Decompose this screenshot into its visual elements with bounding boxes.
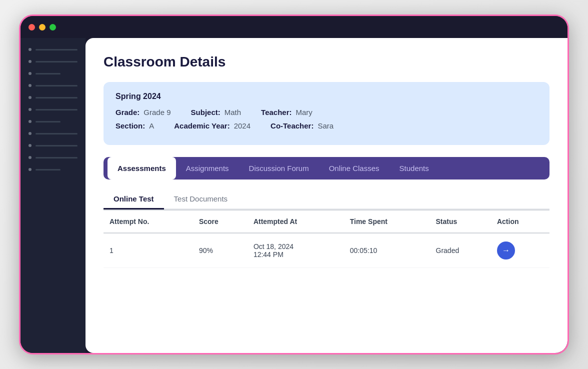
sidebar-dot xyxy=(28,48,32,51)
main-area: Classroom Details Spring 2024 Grade: Gra… xyxy=(20,38,568,353)
col-time-spent: Time Spent xyxy=(344,210,430,233)
sidebar-line xyxy=(36,97,78,98)
attempted-at-time: 12:44 PM xyxy=(254,250,284,258)
section-value: A xyxy=(149,122,154,130)
sidebar-line xyxy=(36,157,78,158)
sidebar-line xyxy=(36,49,78,50)
sidebar-line xyxy=(36,85,78,86)
sidebar-dot xyxy=(28,96,32,99)
app-window: Classroom Details Spring 2024 Grade: Gra… xyxy=(19,14,569,354)
sidebar-dot xyxy=(28,120,32,123)
teacher-field: Teacher: Mary xyxy=(261,108,312,116)
view-action-button[interactable]: → xyxy=(497,242,515,260)
cell-attempt-no: 1 xyxy=(104,233,193,268)
sidebar-item[interactable] xyxy=(28,84,78,87)
sidebar-dot xyxy=(28,84,32,87)
arrow-right-icon: → xyxy=(502,246,510,255)
tab-assignments[interactable]: Assignments xyxy=(176,157,239,180)
sidebar-line xyxy=(36,169,60,170)
subject-value: Math xyxy=(224,108,241,116)
attempts-table-container: Attempt No. Score Attempted At Time Spen… xyxy=(104,210,550,268)
col-action: Action xyxy=(491,210,550,233)
section-field: Section: A xyxy=(116,122,154,130)
cell-score: 90% xyxy=(193,233,248,268)
academic-year-value: 2024 xyxy=(234,122,250,130)
sidebar-dot xyxy=(28,144,32,147)
minimize-dot[interactable] xyxy=(39,24,46,30)
sidebar-item[interactable] xyxy=(28,156,78,159)
sidebar-line xyxy=(36,145,78,146)
attempted-at-date: Oct 18, 2024 xyxy=(254,242,294,250)
cell-attempted-at: Oct 18, 2024 12:44 PM xyxy=(248,233,344,268)
grade-field: Grade: Grade 9 xyxy=(116,108,171,116)
cell-status: Graded xyxy=(430,233,491,268)
sidebar-dot xyxy=(28,60,32,63)
col-attempted-at: Attempted At xyxy=(248,210,344,233)
sidebar-line xyxy=(36,133,78,134)
tab-discussion-forum[interactable]: Discussion Forum xyxy=(239,157,319,180)
sub-tab-test-documents[interactable]: Test Documents xyxy=(164,190,238,210)
co-teacher-field: Co-Teacher: Sara xyxy=(270,122,334,130)
sidebar-item[interactable] xyxy=(28,168,78,171)
sidebar-item[interactable] xyxy=(28,48,78,51)
col-status: Status xyxy=(430,210,491,233)
info-row-2: Section: A Academic Year: 2024 Co-Teache… xyxy=(116,122,538,130)
attempts-table: Attempt No. Score Attempted At Time Spen… xyxy=(104,210,550,268)
col-score: Score xyxy=(193,210,248,233)
sidebar-item[interactable] xyxy=(28,96,78,99)
main-tabs: Assessments Assignments Discussion Forum… xyxy=(104,157,550,180)
grade-value: Grade 9 xyxy=(144,108,170,116)
sidebar-line xyxy=(36,73,60,74)
section-label: Section: xyxy=(116,122,145,130)
semester-title: Spring 2024 xyxy=(116,92,538,101)
sidebar-dot xyxy=(28,108,32,111)
sidebar-dot xyxy=(28,72,32,75)
co-teacher-value: Sara xyxy=(318,122,334,130)
sidebar-dot xyxy=(28,168,32,171)
maximize-dot[interactable] xyxy=(50,24,56,30)
tab-online-classes[interactable]: Online Classes xyxy=(319,157,390,180)
sidebar-item[interactable] xyxy=(28,144,78,147)
tab-students[interactable]: Students xyxy=(390,157,439,180)
cell-time-spent: 00:05:10 xyxy=(344,233,430,268)
sidebar-dot xyxy=(28,132,32,135)
sidebar xyxy=(20,38,86,353)
sidebar-line xyxy=(36,61,78,62)
sidebar-dot xyxy=(28,156,32,159)
academic-year-label: Academic Year: xyxy=(174,122,230,130)
sidebar-item[interactable] xyxy=(28,108,78,111)
cell-action: → xyxy=(491,233,550,268)
sidebar-item[interactable] xyxy=(28,72,78,75)
sidebar-item[interactable] xyxy=(28,132,78,135)
content-area: Classroom Details Spring 2024 Grade: Gra… xyxy=(86,38,568,353)
sidebar-line xyxy=(36,109,78,110)
grade-label: Grade: xyxy=(116,108,140,116)
academic-year-field: Academic Year: 2024 xyxy=(174,122,250,130)
page-title: Classroom Details xyxy=(104,54,550,70)
sidebar-item[interactable] xyxy=(28,120,78,123)
info-card: Spring 2024 Grade: Grade 9 Subject: Math… xyxy=(104,82,550,145)
sub-tab-online-test[interactable]: Online Test xyxy=(104,190,164,210)
col-attempt-no: Attempt No. xyxy=(104,210,193,233)
teacher-value: Mary xyxy=(296,108,312,116)
close-dot[interactable] xyxy=(28,24,35,30)
teacher-label: Teacher: xyxy=(261,108,292,116)
subject-field: Subject: Math xyxy=(191,108,242,116)
tab-assessments[interactable]: Assessments xyxy=(108,157,176,180)
subject-label: Subject: xyxy=(191,108,220,116)
co-teacher-label: Co-Teacher: xyxy=(270,122,314,130)
sub-tabs: Online Test Test Documents xyxy=(104,190,550,210)
table-row: 1 90% Oct 18, 2024 12:44 PM 00:05:10 Gra… xyxy=(104,233,550,268)
sidebar-line xyxy=(36,121,60,122)
sidebar-item[interactable] xyxy=(28,60,78,63)
title-bar xyxy=(20,16,568,38)
table-header-row: Attempt No. Score Attempted At Time Spen… xyxy=(104,210,550,233)
info-row-1: Grade: Grade 9 Subject: Math Teacher: Ma… xyxy=(116,108,538,116)
